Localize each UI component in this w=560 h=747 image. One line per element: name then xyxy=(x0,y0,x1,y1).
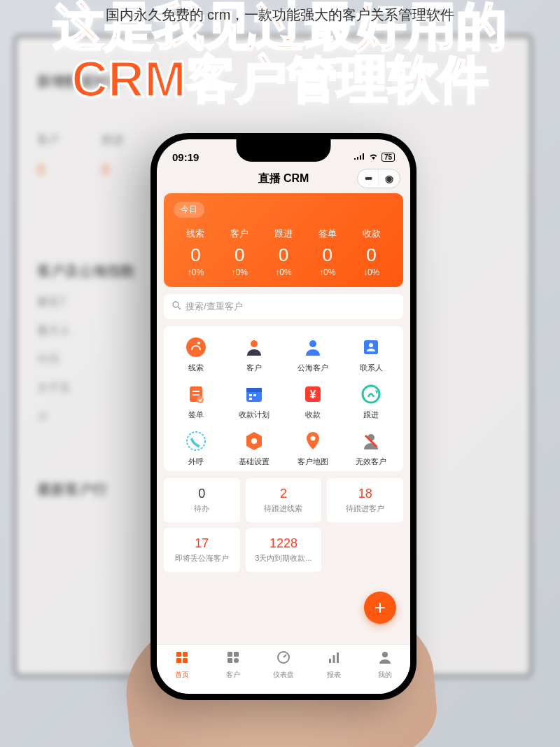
svg-rect-28 xyxy=(234,652,239,657)
svg-point-2 xyxy=(186,337,206,357)
svg-rect-29 xyxy=(227,658,232,663)
metric-4[interactable]: 收款0↓0% xyxy=(349,228,393,277)
icon-label: 签单 xyxy=(188,410,204,420)
svg-rect-12 xyxy=(249,394,252,396)
lead-icon xyxy=(185,336,207,358)
close-circle-icon[interactable]: ◉ xyxy=(379,169,400,188)
svg-rect-33 xyxy=(333,655,335,663)
pool-customer-entry[interactable]: 公海客户 xyxy=(284,336,342,373)
svg-point-18 xyxy=(187,432,205,450)
tab-home-icon xyxy=(175,650,189,668)
svg-point-35 xyxy=(382,652,388,657)
wifi-icon xyxy=(368,152,379,162)
payment-plan-entry[interactable]: 收款计划 xyxy=(225,383,284,420)
svg-rect-27 xyxy=(227,652,232,657)
followup-entry[interactable]: 跟进 xyxy=(342,383,401,420)
order-entry[interactable]: 签单 xyxy=(167,383,225,420)
svg-rect-34 xyxy=(337,652,339,663)
add-button[interactable]: + xyxy=(364,592,396,624)
invalid-customer-entry[interactable]: 无效客户 xyxy=(342,430,401,467)
metric-3[interactable]: 签单0↑0% xyxy=(305,228,349,277)
metric-change: ↑0% xyxy=(262,267,306,277)
metric-value: 0 xyxy=(349,244,393,266)
svg-rect-13 xyxy=(253,394,256,396)
miniprogram-capsule[interactable]: ••• ◉ xyxy=(357,169,400,188)
stat-label: 待跟进客户 xyxy=(331,503,399,514)
tab-bar: 首页客户仪表盘报表我的 xyxy=(157,644,410,694)
metric-1[interactable]: 客户0↑0% xyxy=(218,228,262,277)
stat-label: 即将丢公海客户 xyxy=(168,553,236,564)
stat-number: 2 xyxy=(250,487,318,501)
svg-point-30 xyxy=(234,658,239,663)
metric-change: ↑0% xyxy=(305,267,349,277)
plus-icon: + xyxy=(374,596,386,619)
stat-number: 1228 xyxy=(250,536,318,551)
stat-card-2[interactable]: 18待跟进客户 xyxy=(327,478,403,522)
app-title: 直播 CRM xyxy=(258,172,309,186)
tab-mine[interactable]: 我的 xyxy=(360,650,410,680)
metric-change: ↑0% xyxy=(174,267,218,277)
stat-label: 3天内到期收款... xyxy=(250,553,318,564)
metric-label: 签单 xyxy=(305,228,349,240)
svg-rect-14 xyxy=(249,398,252,400)
pool-customer-icon xyxy=(302,336,324,358)
stat-card-0[interactable]: 0待办 xyxy=(164,478,240,522)
contact-entry[interactable]: 联系人 xyxy=(342,336,401,373)
outcall-entry[interactable]: 外呼 xyxy=(167,430,225,467)
stat-card-3[interactable]: 17即将丢公海客户 xyxy=(164,528,240,572)
tab-dashboard-icon xyxy=(276,650,290,668)
stat-card-4[interactable]: 12283天内到期收款... xyxy=(246,528,322,572)
lead-entry[interactable]: 线索 xyxy=(167,336,225,373)
tab-label: 我的 xyxy=(378,670,392,680)
metric-value: 0 xyxy=(262,244,306,266)
today-badge: 今日 xyxy=(174,202,204,218)
signal-icon xyxy=(354,152,365,162)
tab-dashboard[interactable]: 仪表盘 xyxy=(258,650,309,680)
tab-label: 首页 xyxy=(175,670,189,680)
contact-icon xyxy=(360,336,382,358)
svg-rect-23 xyxy=(176,652,181,657)
icon-label: 客户地图 xyxy=(298,456,328,467)
metric-0[interactable]: 线索0↑0% xyxy=(174,228,218,277)
status-time: 09:19 xyxy=(172,151,199,163)
svg-point-20 xyxy=(310,436,315,441)
map-entry[interactable]: 客户地图 xyxy=(284,430,342,467)
svg-point-3 xyxy=(197,342,200,344)
search-icon xyxy=(172,301,181,312)
payment-entry[interactable]: ¥收款 xyxy=(284,383,342,420)
icon-label: 外呼 xyxy=(188,456,204,467)
metric-change: ↓0% xyxy=(349,267,393,277)
tab-label: 报表 xyxy=(327,670,341,680)
tab-home[interactable]: 首页 xyxy=(157,650,207,680)
settings-entry[interactable]: 基础设置 xyxy=(225,430,284,467)
tab-customer-icon xyxy=(226,650,240,668)
invalid-customer-icon xyxy=(360,430,382,452)
search-input[interactable]: 搜索/查重客户 xyxy=(164,294,403,319)
order-icon xyxy=(185,383,207,405)
icon-label: 线索 xyxy=(188,363,204,373)
payment-icon: ¥ xyxy=(302,383,324,405)
tab-report[interactable]: 报表 xyxy=(309,650,359,680)
svg-rect-26 xyxy=(183,658,188,663)
stat-number: 0 xyxy=(168,487,236,501)
tab-label: 客户 xyxy=(226,670,240,680)
metric-label: 收款 xyxy=(349,228,393,240)
icon-label: 联系人 xyxy=(360,363,383,373)
svg-rect-11 xyxy=(246,388,262,392)
svg-point-9 xyxy=(197,396,204,403)
metric-2[interactable]: 跟进0↑0% xyxy=(262,228,306,277)
stat-label: 待跟进线索 xyxy=(250,503,318,514)
phone-mockup: 09:19 75 直播 CRM ••• ◉ 今日 线索0↑0%客户0↑0%跟进0… xyxy=(150,133,416,700)
icon-label: 无效客户 xyxy=(356,456,386,467)
metric-label: 客户 xyxy=(218,228,262,240)
svg-point-5 xyxy=(309,340,316,347)
stat-number: 18 xyxy=(331,487,399,501)
tab-customer[interactable]: 客户 xyxy=(207,650,258,680)
stat-card-1[interactable]: 2待跟进线索 xyxy=(246,478,322,522)
customer-entry[interactable]: 客户 xyxy=(225,336,284,373)
more-icon[interactable]: ••• xyxy=(358,169,379,188)
icon-label: 跟进 xyxy=(363,410,379,420)
svg-point-0 xyxy=(173,302,178,307)
metric-label: 跟进 xyxy=(262,228,306,240)
svg-point-7 xyxy=(369,343,373,347)
